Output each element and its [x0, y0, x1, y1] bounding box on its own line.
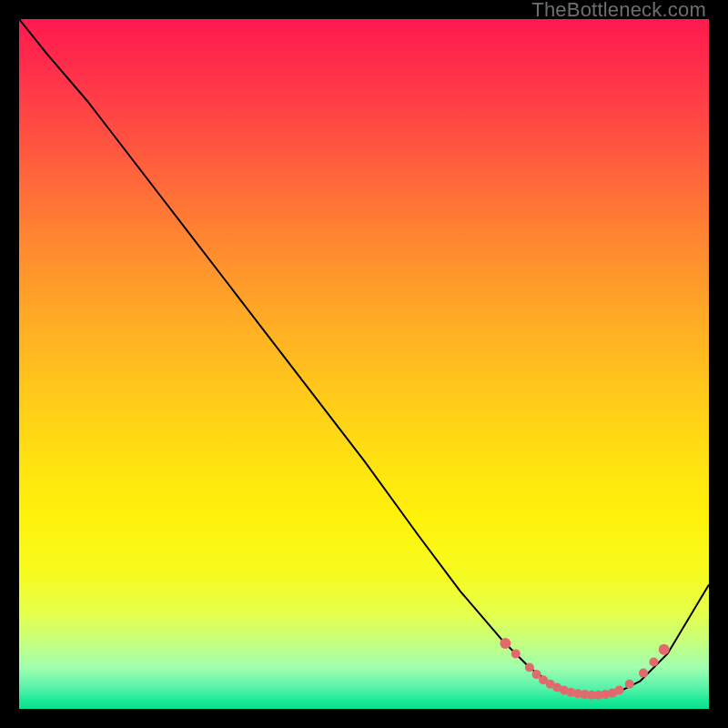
- highlight-dot: [511, 649, 521, 658]
- plot-area: [19, 19, 709, 709]
- highlight-dot: [500, 638, 511, 649]
- highlight-dot: [649, 658, 658, 667]
- attribution-label: TheBottleneck.com: [531, 0, 706, 20]
- highlight-dot: [615, 686, 624, 695]
- highlight-dot: [659, 644, 670, 655]
- highlight-dot: [625, 680, 634, 689]
- highlight-dot-group: [500, 638, 669, 700]
- curve-layer: [19, 19, 709, 709]
- chart-frame: TheBottleneck.com: [0, 0, 728, 728]
- highlight-dot: [639, 669, 648, 678]
- highlight-dot: [525, 663, 534, 672]
- bottleneck-curve: [19, 19, 709, 695]
